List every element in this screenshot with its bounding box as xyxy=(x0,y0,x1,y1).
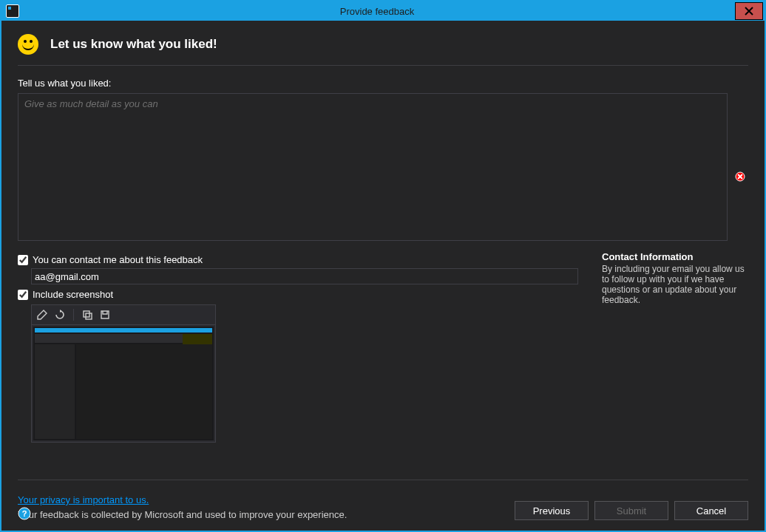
screenshot-preview xyxy=(31,304,216,443)
contact-info-panel: Contact Information By including your em… xyxy=(602,250,748,443)
window-title: Provide feedback xyxy=(19,6,735,17)
copy-icon[interactable] xyxy=(81,309,93,321)
footer-separator xyxy=(18,480,748,480)
separator xyxy=(18,65,748,66)
screenshot-thumbnail[interactable] xyxy=(33,327,214,440)
title-bar: Provide feedback xyxy=(1,1,765,21)
screenshot-checkbox-label: Include screenshot xyxy=(33,289,113,300)
contact-checkbox-row[interactable]: You can contact me about this feedback xyxy=(18,254,580,265)
contact-info-title: Contact Information xyxy=(602,251,748,262)
screenshot-toolbar xyxy=(32,305,215,325)
close-icon xyxy=(745,7,753,16)
submit-button[interactable]: Submit xyxy=(594,501,668,520)
previous-button[interactable]: Previous xyxy=(515,501,589,520)
button-row: Previous Submit Cancel xyxy=(515,501,748,520)
footer: Your privacy is important to us. Your fe… xyxy=(1,480,765,531)
email-field[interactable] xyxy=(31,268,578,284)
contact-checkbox-label: You can contact me about this feedback xyxy=(33,254,203,265)
feedback-textarea[interactable] xyxy=(18,93,728,241)
svg-rect-1 xyxy=(84,311,89,317)
error-icon xyxy=(735,171,745,182)
screenshot-checkbox[interactable] xyxy=(18,290,28,300)
svg-rect-2 xyxy=(86,313,92,319)
refresh-icon[interactable] xyxy=(54,309,66,321)
page-heading: Let us know what you liked! xyxy=(50,37,217,52)
header: Let us know what you liked! xyxy=(1,22,765,65)
save-icon[interactable] xyxy=(99,309,111,321)
feedback-section: Tell us what you liked: xyxy=(1,78,765,244)
tell-us-label: Tell us what you liked: xyxy=(18,78,748,89)
close-button[interactable] xyxy=(735,2,763,20)
content-area: Let us know what you liked! Tell us what… xyxy=(1,22,765,531)
smile-icon xyxy=(18,34,38,55)
cancel-button[interactable]: Cancel xyxy=(674,501,748,520)
app-icon xyxy=(6,4,19,18)
annotate-icon[interactable] xyxy=(36,309,48,321)
help-icon[interactable]: ? xyxy=(18,507,31,520)
left-column: You can contact me about this feedback I… xyxy=(18,250,580,443)
contact-checkbox[interactable] xyxy=(18,255,28,265)
feedback-window: Provide feedback Let us know what you li… xyxy=(0,0,766,532)
privacy-link[interactable]: Your privacy is important to us. xyxy=(18,494,149,505)
svg-text:?: ? xyxy=(22,509,27,518)
contact-info-text: By including your email you allow us to … xyxy=(602,264,748,305)
screenshot-checkbox-row[interactable]: Include screenshot xyxy=(18,289,580,300)
toolbar-separator xyxy=(73,309,74,321)
options-row: You can contact me about this feedback I… xyxy=(1,250,765,443)
